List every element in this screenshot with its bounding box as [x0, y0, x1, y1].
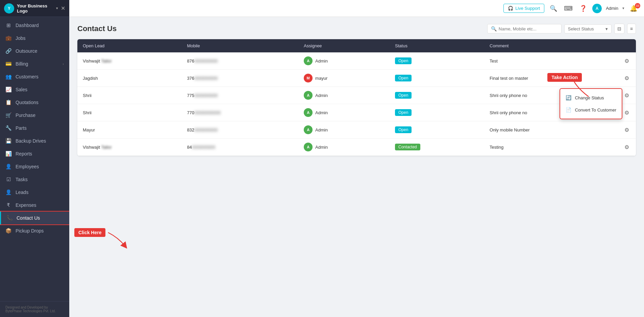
- change-status-menu-item[interactable]: 🔄 Change Status: [560, 92, 622, 104]
- assignee-avatar: A: [304, 56, 313, 65]
- backup-drives-icon: 💾: [5, 138, 11, 144]
- table-row: Shrii 770XXXXXXXXX A Admin Open Shrii on…: [77, 104, 636, 121]
- action-button[interactable]: ⚙: [623, 92, 630, 99]
- sidebar-item-label: Parts: [16, 125, 64, 131]
- logo-chevron-icon: ▾: [56, 6, 58, 10]
- lead-assignee: A Admin: [298, 121, 390, 139]
- lead-name: Mayur: [77, 121, 181, 139]
- action-button[interactable]: ⚙: [623, 143, 630, 151]
- sidebar-item-dashboard[interactable]: ⊞ Dashboard: [0, 19, 69, 32]
- quotations-icon: 📋: [5, 99, 11, 105]
- action-button[interactable]: ⚙: [623, 57, 630, 65]
- lead-status: Contacted: [390, 139, 484, 156]
- lead-status: Open: [390, 70, 484, 87]
- lead-action-cell: ⚙: [618, 52, 636, 70]
- admin-chevron-icon[interactable]: ▾: [622, 6, 624, 10]
- sidebar-item-outsource[interactable]: 🔗 Outsource: [0, 45, 69, 57]
- admin-label: Admin: [606, 6, 618, 11]
- sidebar-item-purchase[interactable]: 🛒 Purchase: [0, 109, 69, 122]
- col-mobile: Mobile: [181, 39, 298, 52]
- purchase-icon: 🛒: [5, 112, 11, 118]
- convert-customer-label: Convert To Customer: [575, 107, 616, 113]
- sidebar-item-label: Dashboard: [16, 23, 64, 28]
- col-comment: Comment: [484, 39, 618, 52]
- reports-icon: 📊: [5, 151, 11, 157]
- sidebar-item-label: Tasks: [16, 177, 64, 182]
- status-select-label: Select Status: [568, 26, 594, 31]
- convert-to-customer-menu-item[interactable]: 📄 Convert To Customer: [560, 104, 622, 116]
- jobs-icon: 💼: [5, 35, 11, 41]
- lead-mobile: 770XXXXXXXXX: [181, 104, 298, 121]
- sidebar-item-employees[interactable]: 👤 Employees: [0, 160, 69, 173]
- sidebar-item-reports[interactable]: 📊 Reports: [0, 147, 69, 160]
- sidebar-item-backup-drives[interactable]: 💾 Backup Drives: [0, 135, 69, 147]
- assignee-avatar: A: [304, 143, 313, 151]
- lead-assignee: A Admin: [298, 139, 390, 156]
- columns-button[interactable]: ≡: [627, 24, 636, 34]
- search-input[interactable]: [499, 26, 558, 31]
- sidebar-item-label: Quotations: [16, 100, 64, 105]
- search-box[interactable]: 🔍: [487, 24, 562, 33]
- columns-icon: ≡: [630, 26, 633, 31]
- lead-name: Shrii: [77, 87, 181, 104]
- live-support-button[interactable]: 🎧 Live Support: [503, 4, 544, 13]
- col-status: Status: [390, 39, 484, 52]
- sidebar-item-quotations[interactable]: 📋 Quotations: [0, 96, 69, 109]
- search-icon[interactable]: 🔍: [548, 3, 559, 14]
- sidebar-item-label: Sales: [16, 87, 64, 92]
- lead-mobile: 876XXXXXXXX: [181, 52, 298, 70]
- keyboard-icon[interactable]: ⌨: [563, 3, 574, 14]
- sidebar-item-tasks[interactable]: ☑ Tasks: [0, 173, 69, 186]
- customers-icon: 👥: [5, 74, 11, 80]
- expenses-icon: ₹: [5, 202, 11, 208]
- filter-button[interactable]: ⊟: [614, 24, 624, 34]
- dashboard-icon: ⊞: [5, 22, 11, 28]
- sidebar-item-label: Pickup Drops: [16, 228, 64, 234]
- table-row: Vishwajit Tailor 876XXXXXXXX A Admin Ope…: [77, 52, 636, 70]
- lead-name: Vishwajit Tailor: [77, 139, 181, 156]
- logo-text: Your Business Logo: [17, 3, 53, 14]
- status-badge: Open: [395, 57, 412, 64]
- col-assignee: Assignee: [298, 39, 390, 52]
- table-row: Mayur 832XXXXXXXX A Admin Open Only mobi…: [77, 121, 636, 139]
- lead-assignee: A Admin: [298, 52, 390, 70]
- contact-us-icon: 📞: [6, 215, 13, 221]
- sidebar-item-billing[interactable]: 💳 Billing ›: [0, 57, 69, 70]
- lead-assignee: M mayur: [298, 70, 390, 87]
- help-icon[interactable]: ❓: [578, 3, 588, 14]
- sidebar-item-contact-us[interactable]: 📞 Contact Us: [0, 212, 69, 224]
- lead-mobile: 84XXXXXXXX: [181, 139, 298, 156]
- sidebar-item-jobs[interactable]: 💼 Jobs: [0, 32, 69, 45]
- notification-bell[interactable]: 🔔 33: [628, 5, 639, 12]
- sidebar-item-customers[interactable]: 👥 Customers: [0, 70, 69, 83]
- status-select[interactable]: Select Status ▾: [564, 24, 612, 33]
- change-status-label: Change Status: [575, 95, 604, 100]
- sidebar-logo: Y Your Business Logo ▾ ✕: [0, 0, 69, 17]
- sidebar-item-pickup-drops[interactable]: 📦 Pickup Drops: [0, 224, 69, 237]
- lead-comment: Only mobile Number: [484, 121, 618, 139]
- action-button[interactable]: ⚙: [623, 109, 630, 117]
- assignee-name: Admin: [315, 110, 328, 115]
- search-input-icon: 🔍: [491, 26, 497, 31]
- lead-comment: Final test on master: [484, 70, 618, 87]
- action-button[interactable]: ⚙: [623, 74, 630, 82]
- status-badge: Open: [395, 109, 412, 116]
- lead-mobile: 775XXXXXXXX: [181, 87, 298, 104]
- assignee-name: mayur: [315, 76, 327, 81]
- action-button[interactable]: ⚙: [623, 126, 630, 134]
- sidebar-item-expenses[interactable]: ₹ Expenses: [0, 199, 69, 212]
- convert-customer-icon: 📄: [566, 107, 571, 113]
- lead-status: Open: [390, 104, 484, 121]
- sidebar-item-leads[interactable]: 👤 Leads: [0, 186, 69, 199]
- lead-comment: Testing: [484, 139, 618, 156]
- close-icon[interactable]: ✕: [61, 5, 65, 11]
- sidebar-item-parts[interactable]: 🔧 Parts: [0, 122, 69, 135]
- lead-status: Open: [390, 52, 484, 70]
- main-content: 🎧 Live Support 🔍 ⌨ ❓ A Admin ▾ 🔔 33 Cont…: [69, 0, 644, 317]
- lead-action-cell: ⚙: [618, 70, 636, 87]
- lead-mobile: 376XXXXXXXX: [181, 70, 298, 87]
- pickup-drops-icon: 📦: [5, 228, 11, 234]
- avatar: A: [592, 4, 602, 13]
- sidebar-item-label: Backup Drives: [16, 138, 64, 144]
- sidebar-item-sales[interactable]: 📈 Sales: [0, 83, 69, 96]
